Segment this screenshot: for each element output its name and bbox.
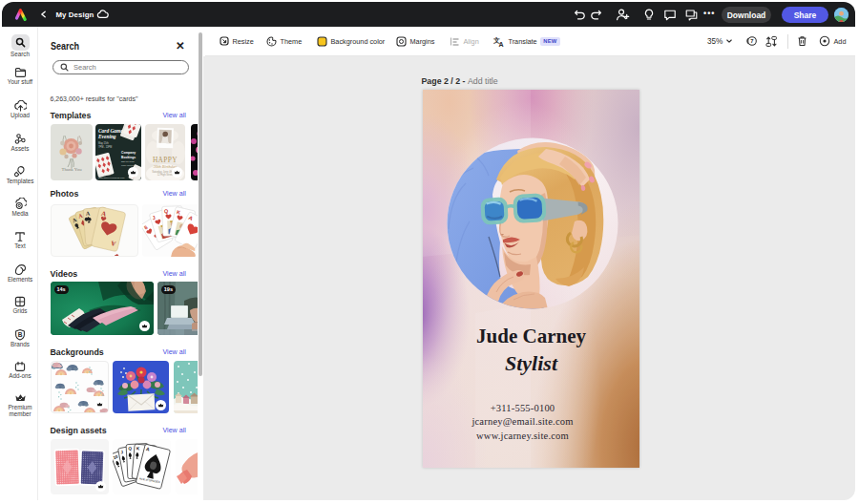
svg-text:Company: Company (121, 151, 136, 155)
svg-text:Evening: Evening (97, 134, 116, 139)
svg-text:www.gameevening.sp.com: www.gameevening.sp.com (98, 177, 124, 178)
svg-text:Thank You: Thank You (61, 167, 82, 172)
svg-text:Card Game: Card Game (98, 128, 123, 134)
svg-text:$25 per head: $25 per head (121, 160, 135, 162)
svg-text:Book a table: Book a table (98, 174, 111, 176)
svg-text:Bookings: Bookings (121, 156, 136, 159)
svg-text:A: A (499, 40, 504, 47)
svg-text:B: B (18, 331, 23, 338)
svg-text:May 15th: May 15th (98, 141, 109, 145)
svg-text:7PM - 11PM: 7PM - 11PM (98, 145, 112, 149)
svg-text:7: 7 (750, 38, 753, 44)
svg-text:Many prizes: Many prizes (121, 164, 134, 166)
